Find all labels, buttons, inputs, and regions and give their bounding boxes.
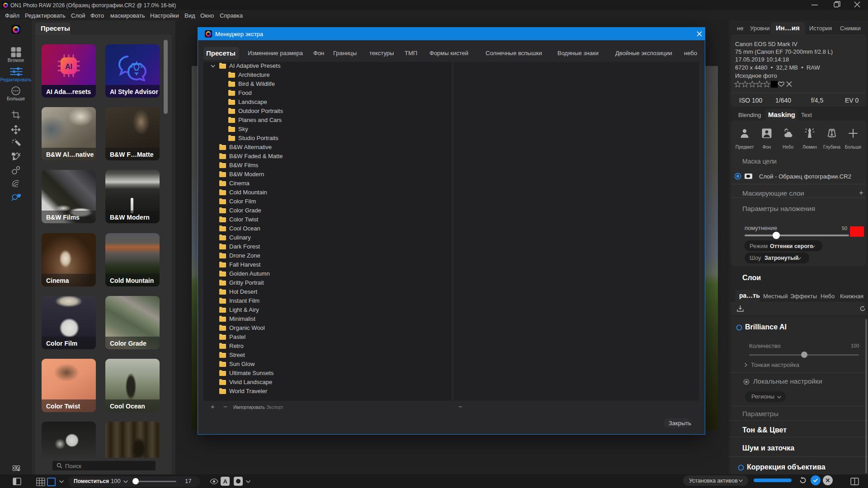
svg-text:AI: AI [65, 63, 72, 70]
